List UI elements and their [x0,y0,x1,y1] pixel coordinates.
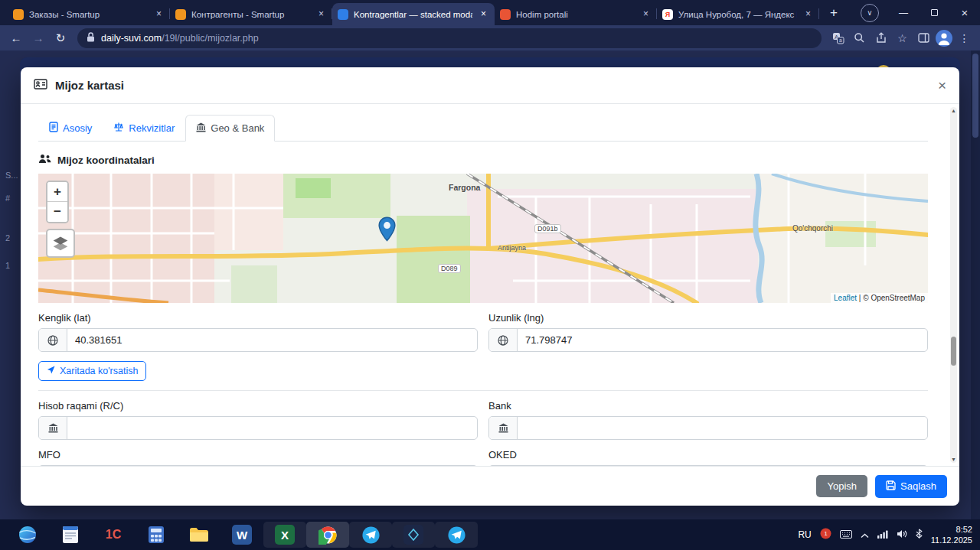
floppy-icon [886,480,896,493]
background-table-fragment: 2 [5,233,10,242]
profile-avatar[interactable] [936,30,952,47]
tab-label: Asosiy [63,122,92,134]
browser-tab-5[interactable]: Я Улица Нуробод, 7 — Яндекс К × [657,3,819,25]
leaflet-link[interactable]: Leaflet [834,294,857,302]
modal-scrollbar[interactable]: ▲ ▼ [950,107,957,463]
lng-input[interactable] [518,329,927,351]
taskbar-telegram-icon[interactable] [349,522,392,548]
tray-time: 8:52 [931,524,972,535]
back-icon[interactable]: ← [6,28,26,48]
url-domain: daily-suvi.com [101,33,162,44]
tray-1c-notification-icon[interactable]: 1 [820,528,831,542]
tab-close-icon[interactable]: × [640,8,652,20]
mfo-oked-row: MFO OKED [38,440,928,466]
window-restore-button[interactable] [919,0,949,25]
svg-text:1: 1 [824,530,827,537]
translate-icon[interactable]: Aa [828,28,848,47]
close-button-label: Yopish [827,480,857,492]
bluetooth-icon[interactable] [916,528,923,542]
save-button[interactable]: Saqlash [875,475,947,498]
modal-close-icon[interactable]: × [938,77,946,94]
volume-icon[interactable] [897,528,907,542]
address-bar[interactable]: daily-suvi.com/19l/public/mijozlar.php [77,28,822,48]
page-scrollbar[interactable] [971,50,980,519]
network-signal-icon[interactable] [877,528,888,542]
tab-close-icon[interactable]: × [478,8,489,20]
tab-favicon: Я [662,9,673,20]
map-city-label: Fargona [449,183,480,192]
scroll-up-icon[interactable]: ▲ [950,108,957,113]
language-indicator[interactable]: RU [798,529,811,540]
map-layers-button[interactable] [46,229,75,258]
forward-icon[interactable]: → [28,28,48,48]
section-title: Mijoz koordinatalari [57,155,155,166]
bank-label: Bank [488,400,928,412]
word-logo: W [232,525,252,545]
leaflet-map[interactable]: + − Fargona D091b D089 Qo'chqorchi Antij… [38,174,928,303]
modal-body: Asosiy Rekvizitlar Geo & Bank Mijoz koor… [21,104,959,466]
taskbar-clock[interactable]: 8:52 11.12.2025 [931,524,972,546]
tab-favicon [175,9,186,20]
svg-text:a: a [838,37,841,43]
star-icon[interactable]: ☆ [893,28,912,47]
excel-logo: X [275,525,295,545]
bank-input[interactable] [518,417,927,439]
scroll-down-icon[interactable]: ▼ [950,457,957,462]
tab-search-icon[interactable]: ∨ [861,4,879,22]
browser-tab-4[interactable]: Hodim portali × [495,3,657,25]
tray-expand-chevron-icon[interactable] [861,528,869,542]
taskbar-excel-icon[interactable]: X [263,522,306,548]
keyboard-icon[interactable] [840,528,852,542]
taskbar-calculator-app-icon[interactable] [135,522,178,548]
map-marker-icon[interactable] [378,216,396,245]
taskbar-file-explorer-icon[interactable] [178,522,220,548]
tab-title: Улица Нуробод, 7 — Яндекс К [678,10,797,19]
tab-asosiy[interactable]: Asosiy [38,115,103,142]
zoom-out-button[interactable]: − [47,202,67,222]
modal-footer: Yopish Saqlash [21,466,959,506]
show-on-map-button[interactable]: Xaritada ko'rsatish [38,361,146,381]
restore-icon [931,9,938,16]
modal-scrollbar-thumb[interactable] [951,337,956,366]
close-button[interactable]: Yopish [816,475,867,497]
tab-geo-bank-active[interactable]: Geo & Bank [185,115,275,142]
search-icon[interactable] [850,28,869,47]
reload-icon[interactable]: ↻ [51,28,70,48]
globe-icon [39,329,67,351]
browser-menu-kebab-icon[interactable]: ⋮ [955,28,974,47]
window-close-button[interactable]: × [949,0,980,25]
tab-title: Kontragentlar — stacked moda [354,10,472,19]
tab-title: Контрагенты - Smartup [191,10,310,19]
side-panel-icon[interactable] [914,28,933,47]
zoom-in-button[interactable]: + [47,182,67,202]
browser-toolbar: ← → ↻ daily-suvi.com/19l/public/mijozlar… [0,25,980,50]
browser-tab-2[interactable]: Контрагенты - Smartup × [170,3,332,25]
browser-tab-1[interactable]: Заказы - Smartup × [8,3,170,25]
tab-title: Hodim portali [516,10,635,19]
taskbar-1c-icon[interactable]: 1С [92,522,135,548]
tab-close-icon[interactable]: × [315,8,327,20]
account-input-group [38,416,478,440]
id-card-icon [34,79,47,93]
bank-icon [196,122,206,135]
browser-tab-3-active[interactable]: Kontragentlar — stacked moda × [332,3,495,25]
taskbar-telegram-2-icon[interactable] [435,522,478,548]
page-scrollbar-thumb[interactable] [972,54,978,138]
taskbar-browser-globe-icon[interactable] [6,522,49,548]
share-icon[interactable] [871,28,890,47]
taskbar-chrome-icon[interactable] [306,522,349,548]
account-input[interactable] [67,417,477,439]
taskbar-dark-app-icon[interactable] [392,522,435,548]
modal-tab-bar: Asosiy Rekvizitlar Geo & Bank [38,115,928,142]
window-minimize-button[interactable]: — [888,0,919,25]
tab-rekvizitlar[interactable]: Rekvizitlar [103,115,185,142]
tab-close-icon[interactable]: × [153,8,165,20]
padlock-icon [87,31,95,45]
lat-input[interactable] [67,329,477,351]
tab-close-icon[interactable]: × [802,8,814,20]
taskbar-notes-app-icon[interactable] [49,522,92,548]
mfo-input-group [38,465,478,466]
new-tab-button[interactable]: + [824,3,844,23]
oked-label: OKED [488,449,928,461]
taskbar-word-icon[interactable]: W [220,522,263,548]
